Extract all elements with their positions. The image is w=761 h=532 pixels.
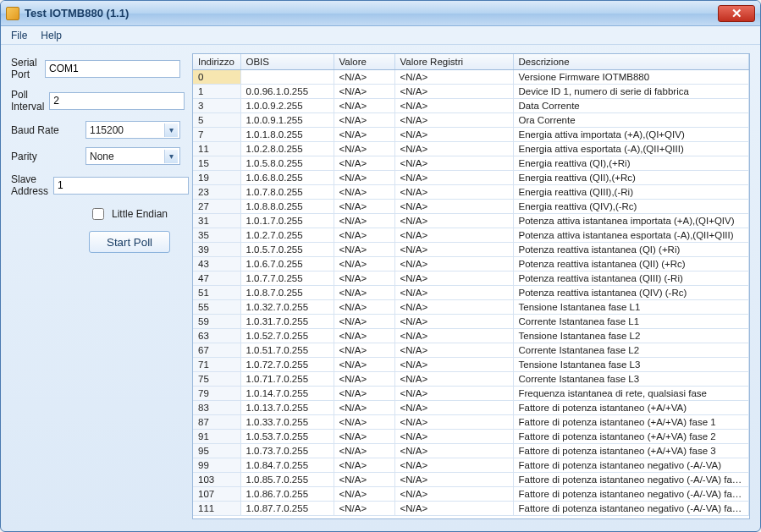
- cell-indirizzo[interactable]: 59: [193, 315, 240, 329]
- cell-indirizzo[interactable]: 103: [193, 473, 240, 487]
- cell-valore[interactable]: <N/A>: [334, 358, 394, 372]
- cell-descrizione[interactable]: Versione Firmware IOTMB880: [513, 70, 749, 85]
- table-row[interactable]: 0<N/A><N/A>Versione Firmware IOTMB880: [193, 70, 749, 85]
- cell-descrizione[interactable]: Fattore di potenza istantaneo negativo (…: [513, 458, 749, 473]
- cell-obis[interactable]: 1.0.32.7.0.255: [240, 300, 334, 315]
- cell-valore-registri[interactable]: <N/A>: [394, 257, 513, 271]
- cell-descrizione[interactable]: Energia reattiva (QII),(+Rc): [513, 171, 749, 185]
- cell-indirizzo[interactable]: 3: [193, 99, 240, 113]
- table-row[interactable]: 991.0.84.7.0.255<N/A><N/A>Fattore di pot…: [193, 458, 749, 473]
- cell-obis[interactable]: 1.0.2.8.0.255: [240, 142, 334, 156]
- table-row[interactable]: 791.0.14.7.0.255<N/A><N/A>Frequenza ista…: [193, 387, 749, 401]
- cell-valore[interactable]: <N/A>: [334, 401, 394, 415]
- cell-descrizione[interactable]: Tensione Istantanea fase L3: [513, 358, 749, 372]
- cell-descrizione[interactable]: Fattore di potenza istantaneo (+A/+VA) f…: [513, 415, 749, 430]
- cell-obis[interactable]: 1.0.8.8.0.255: [240, 200, 334, 214]
- cell-valore-registri[interactable]: <N/A>: [394, 315, 513, 329]
- cell-valore-registri[interactable]: <N/A>: [394, 286, 513, 300]
- cell-valore[interactable]: <N/A>: [334, 171, 394, 185]
- table-row[interactable]: 1071.0.86.7.0.255<N/A><N/A>Fattore di po…: [193, 487, 749, 502]
- cell-indirizzo[interactable]: 75: [193, 372, 240, 387]
- cell-indirizzo[interactable]: 107: [193, 487, 240, 502]
- cell-descrizione[interactable]: Corrente Istantanea fase L2: [513, 343, 749, 358]
- cell-obis[interactable]: 1.0.33.7.0.255: [240, 415, 334, 430]
- table-row[interactable]: 111.0.2.8.0.255<N/A><N/A>Energia attiva …: [193, 142, 749, 156]
- cell-valore-registri[interactable]: <N/A>: [394, 243, 513, 257]
- cell-descrizione[interactable]: Tensione Istantanea fase L1: [513, 300, 749, 315]
- cell-obis[interactable]: 1.0.7.8.0.255: [240, 185, 334, 200]
- cell-obis[interactable]: 1.0.6.7.0.255: [240, 257, 334, 271]
- cell-valore[interactable]: <N/A>: [334, 473, 394, 487]
- cell-descrizione[interactable]: Data Corrente: [513, 99, 749, 113]
- cell-descrizione[interactable]: Energia reattiva (QIV),(-Rc): [513, 200, 749, 214]
- cell-descrizione[interactable]: Corrente Istantanea fase L3: [513, 372, 749, 387]
- cell-obis[interactable]: 1.0.85.7.0.255: [240, 473, 334, 487]
- cell-obis[interactable]: 1.0.0.9.1.255: [240, 113, 334, 128]
- cell-valore-registri[interactable]: <N/A>: [394, 430, 513, 444]
- cell-valore[interactable]: <N/A>: [334, 415, 394, 430]
- cell-descrizione[interactable]: Potenza reattiva istantanea (QII) (+Rc): [513, 257, 749, 271]
- cell-valore-registri[interactable]: <N/A>: [394, 473, 513, 487]
- cell-indirizzo[interactable]: 51: [193, 286, 240, 300]
- cell-valore-registri[interactable]: <N/A>: [394, 415, 513, 430]
- cell-valore[interactable]: <N/A>: [334, 387, 394, 401]
- cell-indirizzo[interactable]: 0: [193, 70, 240, 85]
- cell-valore[interactable]: <N/A>: [334, 214, 394, 228]
- cell-descrizione[interactable]: Fattore di potenza istantaneo negativo (…: [513, 502, 749, 516]
- cell-indirizzo[interactable]: 19: [193, 171, 240, 185]
- cell-indirizzo[interactable]: 43: [193, 257, 240, 271]
- poll-interval-input[interactable]: [49, 92, 185, 110]
- cell-valore[interactable]: <N/A>: [334, 142, 394, 156]
- table-row[interactable]: 391.0.5.7.0.255<N/A><N/A>Potenza reattiv…: [193, 243, 749, 257]
- cell-descrizione[interactable]: Ora Corrente: [513, 113, 749, 128]
- cell-valore-registri[interactable]: <N/A>: [394, 156, 513, 171]
- cell-valore-registri[interactable]: <N/A>: [394, 329, 513, 343]
- cell-descrizione[interactable]: Potenza attiva istantanea importata (+A)…: [513, 214, 749, 228]
- cell-obis[interactable]: 1.0.71.7.0.255: [240, 372, 334, 387]
- little-endian-checkbox[interactable]: [92, 208, 104, 220]
- cell-descrizione[interactable]: Energia attiva importata (+A),(QI+QIV): [513, 128, 749, 142]
- cell-obis[interactable]: 1.0.0.9.2.255: [240, 99, 334, 113]
- cell-valore[interactable]: <N/A>: [334, 458, 394, 473]
- cell-descrizione[interactable]: Fattore di potenza istantaneo (+A/+VA) f…: [513, 444, 749, 458]
- cell-valore[interactable]: <N/A>: [334, 271, 394, 286]
- serial-port-input[interactable]: [45, 60, 180, 78]
- cell-valore-registri[interactable]: <N/A>: [394, 128, 513, 142]
- cell-valore[interactable]: <N/A>: [334, 185, 394, 200]
- cell-indirizzo[interactable]: 31: [193, 214, 240, 228]
- cell-valore-registri[interactable]: <N/A>: [394, 300, 513, 315]
- table-row[interactable]: 351.0.2.7.0.255<N/A><N/A>Potenza attiva …: [193, 228, 749, 243]
- th-valore[interactable]: Valore: [334, 54, 394, 70]
- cell-obis[interactable]: 1.0.1.7.0.255: [240, 214, 334, 228]
- cell-descrizione[interactable]: Tensione Istantanea fase L2: [513, 329, 749, 343]
- cell-valore-registri[interactable]: <N/A>: [394, 113, 513, 128]
- cell-valore-registri[interactable]: <N/A>: [394, 214, 513, 228]
- table-row[interactable]: 751.0.71.7.0.255<N/A><N/A>Corrente Istan…: [193, 372, 749, 387]
- table-row[interactable]: 711.0.72.7.0.255<N/A><N/A>Tensione Istan…: [193, 358, 749, 372]
- cell-obis[interactable]: 1.0.87.7.0.255: [240, 502, 334, 516]
- cell-valore[interactable]: <N/A>: [334, 372, 394, 387]
- cell-descrizione[interactable]: Energia reattiva (QI),(+Ri): [513, 156, 749, 171]
- cell-indirizzo[interactable]: 71: [193, 358, 240, 372]
- cell-valore-registri[interactable]: <N/A>: [394, 142, 513, 156]
- cell-valore[interactable]: <N/A>: [334, 128, 394, 142]
- cell-obis[interactable]: 1.0.53.7.0.255: [240, 430, 334, 444]
- cell-indirizzo[interactable]: 111: [193, 502, 240, 516]
- cell-valore[interactable]: <N/A>: [334, 200, 394, 214]
- table-row[interactable]: 151.0.5.8.0.255<N/A><N/A>Energia reattiv…: [193, 156, 749, 171]
- cell-valore-registri[interactable]: <N/A>: [394, 458, 513, 473]
- cell-valore-registri[interactable]: <N/A>: [394, 99, 513, 113]
- cell-descrizione[interactable]: Corrente Istantanea fase L1: [513, 315, 749, 329]
- cell-valore-registri[interactable]: <N/A>: [394, 343, 513, 358]
- cell-valore[interactable]: <N/A>: [334, 156, 394, 171]
- cell-valore-registri[interactable]: <N/A>: [394, 70, 513, 85]
- table-row[interactable]: 1031.0.85.7.0.255<N/A><N/A>Fattore di po…: [193, 473, 749, 487]
- cell-indirizzo[interactable]: 39: [193, 243, 240, 257]
- cell-indirizzo[interactable]: 79: [193, 387, 240, 401]
- cell-valore-registri[interactable]: <N/A>: [394, 271, 513, 286]
- cell-valore-registri[interactable]: <N/A>: [394, 502, 513, 516]
- cell-obis[interactable]: 0.0.96.1.0.255: [240, 85, 334, 99]
- cell-obis[interactable]: 1.0.86.7.0.255: [240, 487, 334, 502]
- cell-obis[interactable]: 1.0.1.8.0.255: [240, 128, 334, 142]
- cell-valore-registri[interactable]: <N/A>: [394, 171, 513, 185]
